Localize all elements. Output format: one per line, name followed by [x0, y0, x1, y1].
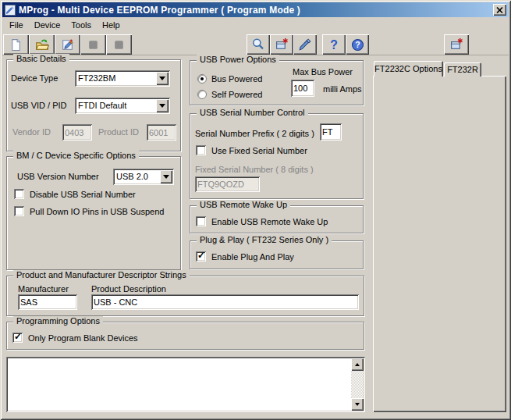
open-file-icon: [35, 38, 49, 52]
status-log-textarea[interactable]: [6, 357, 365, 412]
program-device-button[interactable]: [293, 34, 317, 55]
arrow-down-icon: [355, 403, 360, 406]
about-icon: ?: [351, 38, 364, 52]
scroll-up-button[interactable]: [351, 358, 364, 371]
max-bus-power-label: Max Bus Power: [293, 67, 353, 77]
arrow-up-icon: [355, 363, 360, 366]
manufacturer-field[interactable]: [18, 294, 77, 310]
use-fixed-serial-checkbox[interactable]: [196, 145, 206, 155]
device-type-label: Device Type: [11, 73, 58, 83]
manufacturer-label: Manufacturer: [18, 284, 69, 294]
bus-powered-label: Bus Powered: [211, 74, 262, 84]
mprog-window: MProg - Multi Device EEPROM Programmer (…: [0, 0, 511, 420]
serial-prefix-label: Serial Number Prefix ( 2 digits ): [195, 129, 314, 138]
product-description-label: Product Description: [91, 284, 166, 294]
close-button[interactable]: [493, 4, 506, 16]
group-title: Product and Manufacturer Descriptor Stri…: [13, 270, 190, 279]
disable-usb-serial-checkbox[interactable]: [14, 189, 24, 199]
combo-value: FTDI Default: [78, 101, 126, 110]
window-title: MProg - Multi Device EEPROM Programmer (…: [19, 5, 490, 16]
combo-value: USB 2.0: [116, 172, 148, 181]
scan-devices-icon: [251, 37, 265, 52]
device-type-combobox[interactable]: FT232BM: [75, 70, 170, 87]
serial-prefix-field[interactable]: [320, 123, 342, 141]
edit-mode-icon: [61, 38, 74, 52]
pull-down-io-label: Pull Down IO Pins in USB Suspend: [30, 207, 164, 216]
group-title: Basic Details: [13, 54, 69, 63]
edit-mode-button[interactable]: [55, 34, 80, 55]
toolbar: ? ?: [2, 32, 509, 55]
max-bus-power-field[interactable]: [291, 80, 314, 97]
about-button[interactable]: ?: [346, 34, 369, 55]
product-id-field: [147, 124, 176, 141]
product-description-field[interactable]: [91, 294, 359, 310]
usb-vid-pid-label: USB VID / PID: [11, 101, 67, 110]
title-bar: MProg - Multi Device EEPROM Programmer (…: [2, 2, 509, 17]
new-file-icon: [9, 38, 23, 52]
program-device-icon: [298, 37, 312, 52]
menu-tools[interactable]: Tools: [66, 19, 97, 31]
cycle-device-button[interactable]: [444, 34, 469, 55]
blank-disabled-icon: [87, 38, 100, 52]
enable-remote-wakeup-label: Enable USB Remote Wake Up: [211, 217, 328, 226]
new-file-button[interactable]: [3, 34, 29, 55]
enable-plug-play-checkbox[interactable]: [196, 251, 206, 262]
group-title: USB Remote Wake Up: [197, 200, 290, 209]
close-icon: [496, 7, 503, 13]
group-title: BM / C Device Specific Options: [13, 151, 139, 160]
erase-device-button[interactable]: [270, 34, 293, 55]
enable-plug-play-label: Enable Plug And Play: [211, 252, 294, 262]
tab-ft2232c-options[interactable]: FT2232C Options: [374, 61, 443, 77]
vertical-scrollbar[interactable]: [351, 358, 364, 411]
mprog-pen-icon: [5, 5, 16, 16]
help-button[interactable]: ?: [322, 34, 346, 55]
help-icon: ?: [327, 37, 341, 52]
cycle-device-icon: [449, 37, 463, 52]
vendor-id-field: [62, 124, 92, 141]
group-title: USB Power Options: [197, 55, 279, 64]
bus-powered-radio[interactable]: [197, 74, 207, 84]
menu-help[interactable]: Help: [97, 19, 126, 31]
group-title: Plug & Play ( FT232 Series Only ): [197, 235, 332, 244]
chevron-down-icon[interactable]: [160, 170, 172, 183]
usb-vid-pid-combobox[interactable]: FTDI Default: [75, 98, 170, 114]
device-options-tab-panel: [373, 76, 506, 412]
tab-ft232r[interactable]: FT232R: [444, 62, 481, 77]
menu-device[interactable]: Device: [29, 19, 66, 31]
disabled-toolbar-button-2: [106, 34, 132, 55]
use-fixed-serial-label: Use Fixed Serial Number: [211, 146, 307, 155]
scroll-down-button[interactable]: [351, 398, 364, 411]
erase-device-icon: [275, 37, 289, 52]
scan-devices-button[interactable]: [247, 34, 270, 55]
fixed-serial-field: [195, 176, 260, 192]
disable-usb-serial-label: Disable USB Serial Number: [30, 190, 136, 199]
usb-version-label: USB Version Number: [17, 172, 99, 181]
product-id-label: Product ID: [98, 127, 139, 137]
vendor-id-label: Vendor ID: [12, 127, 51, 137]
chevron-down-icon[interactable]: [156, 99, 169, 112]
group-title: USB Serial Number Control: [197, 108, 308, 117]
enable-remote-wakeup-checkbox[interactable]: [196, 216, 206, 226]
chevron-down-icon[interactable]: [156, 72, 169, 85]
usb-version-combobox[interactable]: USB 2.0: [113, 169, 174, 185]
self-powered-radio[interactable]: [197, 90, 207, 99]
blank-disabled-icon: [112, 38, 126, 52]
svg-text:?: ?: [355, 40, 360, 49]
fixed-serial-label: Fixed Serial Number ( 8 digits ): [195, 165, 314, 174]
pull-down-io-checkbox[interactable]: [14, 206, 24, 216]
only-blank-devices-label: Only Program Blank Devices: [28, 333, 138, 343]
svg-text:?: ?: [330, 38, 338, 52]
menu-file[interactable]: File: [4, 19, 29, 31]
combo-value: FT232BM: [78, 73, 115, 83]
disabled-toolbar-button-1: [80, 34, 106, 55]
milli-amps-label: milli Amps: [323, 84, 362, 94]
menu-bar: File Device Tools Help: [2, 17, 509, 32]
self-powered-label: Self Powered: [211, 90, 262, 99]
group-title: Programming Options: [13, 316, 103, 326]
only-blank-devices-checkbox[interactable]: [12, 333, 23, 343]
open-file-button[interactable]: [29, 34, 55, 55]
